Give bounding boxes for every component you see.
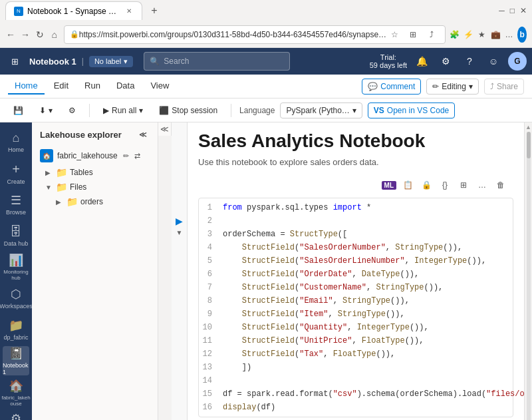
back-button[interactable]: ← bbox=[5, 25, 16, 44]
share-button[interactable]: ⤴ Share bbox=[484, 79, 524, 95]
sidebar-item-notebook[interactable]: 📓 Notebook 1 bbox=[3, 346, 29, 375]
lang-chevron-icon: ▾ bbox=[352, 106, 356, 115]
collapse-explorer-button[interactable]: ≪ bbox=[136, 128, 150, 141]
label-badge[interactable]: No label ▾ bbox=[89, 56, 133, 67]
sidebar-item-data-engineering[interactable]: ⚙ Data Engineering bbox=[3, 409, 29, 420]
help-icon[interactable]: ? bbox=[460, 52, 479, 71]
editing-chevron-icon: ▾ bbox=[469, 82, 473, 91]
titlebar: N Notebook 1 - Synapse Data En… ✕ + ─ □ … bbox=[0, 0, 532, 21]
new-tab-button[interactable]: + bbox=[145, 1, 164, 20]
orders-folder-icon: 📁 bbox=[66, 196, 78, 207]
comment-label: Comment bbox=[380, 82, 415, 91]
browse-icon: ☰ bbox=[11, 193, 21, 208]
smiley-icon[interactable]: ☺ bbox=[484, 52, 503, 71]
lakehouse-item[interactable]: 🏠 fabric_lakehouse ✏ ⇄ bbox=[32, 146, 158, 165]
sidebar-item-lakehouse[interactable]: 🏠 fabric_lakeh ouse bbox=[3, 378, 29, 407]
more-cell-options-button[interactable]: … bbox=[475, 178, 489, 192]
close-button[interactable]: ✕ bbox=[520, 6, 527, 15]
tree-orders[interactable]: ▶ 📁 orders bbox=[32, 194, 158, 209]
sidebar-item-dp-fabric[interactable]: 📁 dp_fabric bbox=[3, 315, 29, 343]
tab-close-button[interactable]: ✕ bbox=[124, 7, 134, 16]
vertical-scrollbar[interactable]: ▲ ▼ bbox=[524, 122, 532, 420]
collapse-panel-button[interactable]: ≪ bbox=[158, 122, 172, 136]
code-line: 10 StructField("Quantity", IntegerType()… bbox=[199, 321, 513, 334]
open-vs-code-button[interactable]: VS Open in VS Code bbox=[368, 103, 455, 118]
tab-edit[interactable]: Edit bbox=[47, 78, 75, 95]
sidebar-bottom: ⚙ Data Engineering bbox=[3, 409, 29, 420]
code-line: 13 ]) bbox=[199, 361, 513, 374]
code-line: 8 StructField("Email", StringType()), bbox=[199, 294, 513, 308]
notification-icon[interactable]: 🔔 bbox=[412, 52, 431, 71]
code-line: 1 from pyspark.sql.types import * bbox=[199, 201, 513, 214]
expand-cell-button[interactable]: ▼ bbox=[176, 229, 183, 236]
stop-label: Stop session bbox=[172, 106, 217, 115]
stop-session-button[interactable]: ⬛ Stop session bbox=[154, 103, 223, 118]
delete-cell-button[interactable]: 🗑 bbox=[493, 178, 508, 192]
lock-cell-button[interactable]: 🔒 bbox=[419, 178, 434, 192]
grid-icon[interactable]: ⊞ bbox=[5, 52, 24, 71]
add-cell-above-button[interactable]: ▶ bbox=[176, 216, 183, 226]
download-button[interactable]: ⬇ ▾ bbox=[34, 103, 58, 118]
language-label: Language bbox=[239, 106, 275, 115]
sidebar-item-monitoring[interactable]: 📊 Monitoring hub bbox=[3, 253, 29, 282]
address-bar-input[interactable]: 🔒 https://msit.powerbi.com/groups/0130d3… bbox=[64, 25, 446, 44]
workspaces-icon[interactable]: 💼 bbox=[491, 27, 501, 43]
add-code-button[interactable]: {} bbox=[438, 178, 452, 192]
sidebar-item-create[interactable]: + Create bbox=[3, 159, 29, 188]
home-button[interactable]: ⌂ bbox=[49, 25, 60, 44]
copilot-icon[interactable]: ⚡ bbox=[464, 27, 473, 43]
language-select[interactable]: PySpark (Pytho… ▾ bbox=[280, 103, 362, 118]
sidebar-item-workspaces[interactable]: ⬡ Workspaces bbox=[3, 284, 29, 312]
address-icons: ☆ ⊞ ⤴ bbox=[386, 27, 440, 43]
tab-data[interactable]: Data bbox=[110, 78, 141, 95]
share-label: Share bbox=[497, 82, 518, 91]
ribbon: Home Edit Run Data View 💬 Comment ✏ Edit… bbox=[0, 75, 532, 99]
more-tools-icon[interactable]: … bbox=[505, 27, 514, 43]
tab-view[interactable]: View bbox=[144, 78, 176, 95]
lakehouse-edit-icon[interactable]: ✏ bbox=[123, 152, 129, 160]
copy-cell-button[interactable]: 📋 bbox=[400, 178, 415, 192]
save-icon: 💾 bbox=[13, 106, 23, 115]
comment-button[interactable]: 💬 Comment bbox=[362, 79, 421, 95]
sidebar-item-data-hub[interactable]: 🗄 Data hub bbox=[3, 222, 29, 250]
split-cell-button[interactable]: ⊞ bbox=[456, 178, 471, 192]
maximize-button[interactable]: □ bbox=[510, 6, 515, 15]
run-all-button[interactable]: ▶ Run all ▾ bbox=[98, 103, 148, 118]
editing-button[interactable]: ✏ Editing ▾ bbox=[426, 79, 479, 95]
editing-label: Editing bbox=[442, 82, 466, 91]
minimize-button[interactable]: ─ bbox=[499, 6, 505, 15]
extensions-icon[interactable]: 🧩 bbox=[450, 27, 460, 43]
save-button[interactable]: 💾 bbox=[8, 103, 29, 118]
cell-settings-button[interactable]: ⚙ bbox=[63, 103, 81, 118]
sidebar-item-home[interactable]: ⌂ Home bbox=[3, 128, 29, 156]
scroll-thumb[interactable] bbox=[527, 132, 531, 158]
tab-run[interactable]: Run bbox=[78, 78, 107, 95]
tree-files-arrow-icon: ▼ bbox=[45, 184, 53, 191]
user-avatar[interactable]: G bbox=[508, 52, 527, 71]
favorites-icon[interactable]: ★ bbox=[477, 27, 487, 43]
sidebar-item-browse[interactable]: ☰ Browse bbox=[3, 190, 29, 219]
tree-tables[interactable]: ▶ 📁 Tables bbox=[32, 165, 158, 180]
code-line: 15 df = spark.read.format("csv").schema(… bbox=[199, 387, 513, 401]
lakehouse-swap-icon[interactable]: ⇄ bbox=[134, 152, 140, 160]
tree-files[interactable]: ▼ 📁 Files bbox=[32, 180, 158, 194]
tab-home[interactable]: Home bbox=[8, 78, 45, 95]
share-address-icon[interactable]: ⤴ bbox=[424, 27, 440, 43]
files-label: Files bbox=[70, 182, 86, 192]
browser-tab[interactable]: N Notebook 1 - Synapse Data En… ✕ bbox=[5, 1, 142, 20]
collections-icon[interactable]: ⊞ bbox=[405, 27, 421, 43]
addressbar: ← → ↻ ⌂ 🔒 https://msit.powerbi.com/group… bbox=[0, 21, 532, 48]
chevron-down-icon: ▾ bbox=[49, 106, 53, 115]
settings-icon[interactable]: ⚙ bbox=[436, 52, 455, 71]
search-box[interactable]: 🔍 Search bbox=[144, 52, 290, 71]
star-icon[interactable]: ☆ bbox=[386, 27, 402, 43]
scroll-up-button[interactable]: ▲ bbox=[525, 124, 532, 130]
cell-toolbar: ML 📋 🔒 {} ⊞ … 🗑 bbox=[198, 175, 513, 195]
code-lines[interactable]: 1 from pyspark.sql.types import * 2 3 or… bbox=[199, 198, 513, 417]
appbar-right: Trial: 59 days left 🔔 ⚙ ? ☺ G bbox=[364, 52, 527, 71]
refresh-button[interactable]: ↻ bbox=[35, 25, 45, 44]
data-engineering-icon: ⚙ bbox=[11, 411, 21, 420]
forward-button[interactable]: → bbox=[20, 25, 31, 44]
vs-label: Open in VS Code bbox=[387, 106, 449, 115]
code-line: 16 display(df) bbox=[199, 401, 513, 414]
